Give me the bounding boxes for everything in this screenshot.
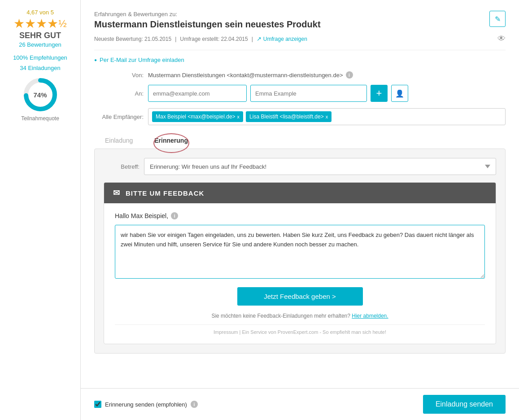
contacts-icon: 👤	[395, 89, 404, 98]
von-label: Von:	[94, 72, 144, 79]
an-inputs: + 👤	[148, 85, 506, 102]
eye-icon: 👁	[497, 34, 506, 44]
plus-icon: +	[376, 88, 382, 99]
sidebar-stars: ★★★★½	[13, 18, 66, 30]
header-subtitle: Erfahrungen & Bewertungen zu:	[94, 11, 489, 18]
von-row: Von: Mustermann Dienstleistungen <kontak…	[94, 71, 506, 79]
recipients-row: Alle Empfänger: Max Beispiel <max@beispi…	[94, 108, 506, 125]
bullet-icon: ●	[94, 57, 97, 62]
sidebar: 4,67 von 5 ★★★★½ SEHR GUT 26 Bewertungen…	[0, 0, 81, 420]
email-invite-link[interactable]: ● Per E-Mail zur Umfrage einladen	[94, 57, 506, 63]
send-invitation-button[interactable]: Einladung senden	[423, 395, 506, 414]
tag-close-2[interactable]: x	[326, 114, 328, 119]
name-input[interactable]	[250, 85, 367, 102]
main-content: Erfahrungen & Bewertungen zu: Mustermann…	[81, 0, 519, 420]
sidebar-rating-score: 4,67 von 5	[26, 9, 54, 16]
tag-text-2: Lisa Bleistift <lisa@bleistift.de>	[249, 114, 324, 120]
email-body-textarea[interactable]: wir haben Sie vor einigen Tagen eingelad…	[115, 225, 485, 279]
umfrage-erstellt-text: Umfrage erstellt: 22.04.2015	[180, 36, 248, 42]
email-greeting: Hallo Max Beispiel, i	[115, 212, 485, 219]
contacts-button[interactable]: 👤	[391, 85, 408, 102]
recipient-tag-1[interactable]: Max Beispiel <max@beispiel.de> x	[152, 111, 243, 122]
external-link-icon: ↗	[257, 35, 262, 42]
pencil-icon: ✎	[495, 15, 501, 23]
sidebar-sehr-gut: SEHR GUT	[19, 31, 61, 40]
header-title-area: Erfahrungen & Bewertungen zu: Mustermann…	[94, 11, 489, 30]
tag-text-1: Max Beispiel <max@beispiel.de>	[156, 114, 236, 120]
email-input[interactable]	[148, 85, 247, 102]
betreff-select[interactable]: Erinnerung: Wir freuen uns auf Ihr Feedb…	[144, 158, 496, 175]
separator1: |	[175, 36, 176, 42]
header-title: Mustermann Dienstleistungen sein neueste…	[94, 19, 489, 30]
add-recipient-button[interactable]: +	[371, 85, 388, 102]
tag-close-1[interactable]: x	[237, 114, 240, 119]
separator2: |	[252, 36, 253, 42]
email-card-body: Hallo Max Beispiel, i wir haben Sie vor …	[104, 203, 496, 344]
sidebar-teilnahmequote: Teilnahmequote	[21, 115, 59, 122]
recipient-tag-2[interactable]: Lisa Bleistift <lisa@bleistift.de> x	[246, 111, 331, 122]
email-header-text: BITTE UM FEEDBACK	[126, 189, 204, 197]
an-row: An: + 👤	[94, 85, 506, 102]
recipients-label: Alle Empfänger:	[94, 114, 144, 120]
email-preview-container: Betreff: Erinnerung: Wir freuen uns auf …	[94, 149, 506, 354]
erinnerung-checkbox-text: Erinnerung senden (empfohlen)	[105, 401, 187, 408]
meta-row: Neueste Bewertung: 21.05.2015 | Umfrage …	[94, 34, 506, 50]
tab-einladung[interactable]: Einladung	[94, 132, 144, 149]
envelope-icon: ✉	[113, 188, 120, 198]
feedback-button[interactable]: Jetzt Feedback geben >	[237, 287, 363, 306]
unsubscribe-link[interactable]: Hier abmelden.	[352, 313, 388, 319]
sidebar-bewertungen: 26 Bewertungen	[19, 41, 61, 48]
betreff-label: Betreff:	[104, 163, 140, 170]
an-label: An:	[94, 90, 144, 97]
greeting-info-icon: i	[171, 212, 178, 219]
sidebar-donut-label: 74%	[33, 91, 47, 99]
recipients-tags-container: Max Beispiel <max@beispiel.de> x Lisa Bl…	[148, 108, 506, 125]
betreff-row: Betreff: Erinnerung: Wir freuen uns auf …	[104, 158, 496, 175]
von-value: Mustermann Dienstleistungen <kontakt@mus…	[148, 72, 343, 79]
sidebar-einladungen: 34 Einladungen	[20, 65, 60, 71]
neueste-bewertung-text: Neueste Bewertung: 21.05.2015	[94, 36, 171, 42]
email-footer-text: Impressum | Ein Service von ProvenExpert…	[115, 324, 485, 335]
umfrage-anzeigen-link[interactable]: ↗ Umfrage anzeigen	[257, 35, 307, 42]
sidebar-donut-chart: 74%	[22, 77, 58, 113]
erinnerung-checkbox-label[interactable]: Erinnerung senden (empfohlen) i	[94, 401, 198, 408]
erinnerung-checkbox[interactable]	[94, 401, 101, 408]
unsubscribe-text: Sie möchten keine Feedback-Einladungen m…	[211, 313, 350, 319]
email-invite-label: Per E-Mail zur Umfrage einladen	[100, 57, 184, 63]
von-info-icon: i	[346, 71, 353, 79]
sidebar-empfehlungen: 100% Empfehlungen	[13, 54, 67, 61]
tab-erinnerung[interactable]: Erinnerung	[144, 132, 199, 149]
email-card-header: ✉ BITTE UM FEEDBACK	[104, 183, 496, 203]
bottom-bar: Erinnerung senden (empfohlen) i Einladun…	[81, 388, 519, 420]
checkbox-info-icon: i	[191, 401, 198, 408]
unsubscribe-row: Sie möchten keine Feedback-Einladungen m…	[115, 313, 485, 319]
edit-button[interactable]: ✎	[489, 11, 506, 27]
tabs-row: Einladung Erinnerung	[94, 132, 506, 149]
email-card: ✉ BITTE UM FEEDBACK Hallo Max Beispiel, …	[104, 182, 496, 344]
